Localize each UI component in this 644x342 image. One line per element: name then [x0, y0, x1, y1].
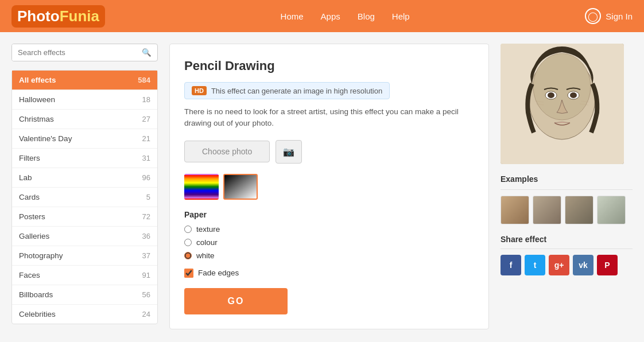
- radio-colour-input[interactable]: [184, 239, 192, 246]
- sidebar-item-label: Cards: [19, 193, 40, 201]
- sidebar-item-label: Christmas: [19, 115, 54, 123]
- share-title: Share effect: [501, 235, 633, 244]
- radio-white[interactable]: white: [184, 251, 474, 260]
- content-area: Pencil Drawing HD This effect can genera…: [169, 44, 489, 329]
- sidebar-item-faces[interactable]: Faces 91: [12, 266, 157, 285]
- examples-divider: [501, 189, 633, 190]
- sidebar-item-lab[interactable]: Lab 96: [12, 168, 157, 188]
- color-swatches: [184, 174, 474, 200]
- svg-point-4: [548, 92, 554, 98]
- sidebar-item-count: 31: [142, 154, 150, 162]
- sidebar-item-label: Filters: [19, 154, 40, 162]
- effect-description: There is no need to look for a street ar…: [184, 106, 474, 130]
- sidebar-item-count: 96: [142, 173, 150, 182]
- radio-white-input[interactable]: [184, 252, 192, 259]
- sidebar-item-label: Faces: [19, 271, 40, 279]
- share-vk-button[interactable]: vk: [573, 255, 593, 275]
- hd-badge: HD This effect can generate an image in …: [184, 82, 390, 99]
- radio-white-label: white: [196, 251, 215, 260]
- sidebar-item-christmas[interactable]: Christmas 27: [12, 110, 157, 129]
- sidebar-item-count: 584: [138, 76, 150, 84]
- nav-home[interactable]: Home: [281, 11, 304, 21]
- logo: PhotoFunia: [11, 5, 105, 28]
- sidebar-item-label: Billboards: [19, 290, 53, 299]
- sidebar-item-billboards[interactable]: Billboards 56: [12, 285, 157, 305]
- sidebar-item-count: 56: [142, 290, 150, 299]
- swatch-rainbow[interactable]: [184, 174, 219, 200]
- sidebar-item-label: Galleries: [19, 232, 49, 240]
- nav-apps[interactable]: Apps: [321, 11, 340, 21]
- examples-title: Examples: [501, 174, 633, 184]
- fade-edges-checkbox[interactable]: Fade edges: [184, 269, 474, 278]
- nav-help[interactable]: Help: [392, 11, 410, 21]
- share-googleplus-button[interactable]: g+: [549, 255, 569, 275]
- fade-edges-label: Fade edges: [198, 269, 239, 277]
- fade-edges-input[interactable]: [184, 269, 193, 278]
- user-icon: ◯: [585, 8, 601, 24]
- example-thumb-1[interactable]: [501, 196, 529, 224]
- sidebar-item-all-effects[interactable]: All effects 584: [12, 71, 157, 90]
- logo-text: PhotoFunia: [11, 5, 105, 28]
- header: PhotoFunia Home Apps Blog Help ◯ Sign In: [0, 0, 644, 32]
- search-input[interactable]: [12, 44, 136, 61]
- hd-label: HD: [192, 86, 207, 95]
- share-divider: [501, 248, 633, 249]
- sidebar-item-count: 36: [142, 232, 150, 240]
- sidebar-item-count: 5: [146, 193, 150, 201]
- radio-texture-label: texture: [196, 225, 220, 234]
- radio-texture-input[interactable]: [184, 226, 192, 233]
- sidebar-item-valentines-day[interactable]: Valentine's Day 21: [12, 129, 157, 149]
- sidebar-item-label: Valentine's Day: [19, 134, 72, 143]
- swatch-bw[interactable]: [223, 174, 258, 200]
- share-facebook-button[interactable]: f: [501, 255, 521, 275]
- sidebar-item-label: Halloween: [19, 95, 55, 104]
- sidebar: 🔍 All effects 584 Halloween 18 Christmas…: [11, 44, 158, 329]
- example-thumb-3[interactable]: [565, 196, 593, 224]
- example-thumb-2[interactable]: [533, 196, 561, 224]
- preview-svg: [501, 44, 624, 164]
- sidebar-item-count: 18: [142, 95, 150, 104]
- sidebar-item-galleries[interactable]: Galleries 36: [12, 227, 157, 246]
- radio-texture[interactable]: texture: [184, 225, 474, 234]
- sign-in-area[interactable]: ◯ Sign In: [585, 8, 633, 24]
- preview-image: [501, 44, 624, 164]
- sidebar-item-count: 91: [142, 271, 150, 279]
- share-pinterest-button[interactable]: P: [597, 255, 618, 275]
- search-box[interactable]: 🔍: [11, 44, 158, 61]
- sidebar-item-celebrities[interactable]: Celebrities 24: [12, 305, 157, 324]
- radio-group: texture colour white: [184, 225, 474, 260]
- nav-blog[interactable]: Blog: [358, 11, 375, 21]
- camera-button[interactable]: 📷: [276, 140, 302, 164]
- sidebar-list: All effects 584 Halloween 18 Christmas 2…: [11, 70, 158, 324]
- sign-in-label[interactable]: Sign In: [606, 11, 633, 21]
- paper-section: Paper texture colour white: [184, 210, 474, 260]
- effect-title: Pencil Drawing: [184, 59, 474, 73]
- example-thumb-4[interactable]: [597, 196, 626, 224]
- photo-controls: Choose photo 📷: [184, 140, 474, 164]
- paper-label: Paper: [184, 210, 474, 219]
- sidebar-item-filters[interactable]: Filters 31: [12, 149, 157, 168]
- right-panel: Examples Share effect f t g+ vk P: [501, 44, 633, 329]
- radio-colour[interactable]: colour: [184, 238, 474, 247]
- share-buttons: f t g+ vk P: [501, 255, 633, 275]
- radio-colour-label: colour: [196, 238, 218, 247]
- hd-text: This effect can generate an image in hig…: [211, 87, 382, 95]
- go-button[interactable]: GO: [184, 288, 288, 314]
- sidebar-item-count: 21: [142, 134, 150, 143]
- svg-point-6: [570, 92, 577, 98]
- nav: Home Apps Blog Help: [281, 11, 410, 21]
- search-button[interactable]: 🔍: [136, 44, 157, 61]
- sidebar-item-halloween[interactable]: Halloween 18: [12, 90, 157, 110]
- sidebar-item-count: 24: [142, 310, 150, 318]
- sidebar-item-count: 72: [142, 212, 150, 221]
- sidebar-item-label: Posters: [19, 212, 45, 221]
- share-twitter-button[interactable]: t: [525, 255, 545, 275]
- example-thumbs: [501, 196, 633, 224]
- sidebar-item-cards[interactable]: Cards 5: [12, 188, 157, 207]
- sidebar-item-photography[interactable]: Photography 37: [12, 246, 157, 266]
- sidebar-item-label: All effects: [19, 76, 56, 84]
- choose-photo-button[interactable]: Choose photo: [184, 141, 270, 162]
- sidebar-item-label: Photography: [19, 251, 63, 260]
- sidebar-item-posters[interactable]: Posters 72: [12, 207, 157, 227]
- sidebar-item-label: Celebrities: [19, 310, 56, 318]
